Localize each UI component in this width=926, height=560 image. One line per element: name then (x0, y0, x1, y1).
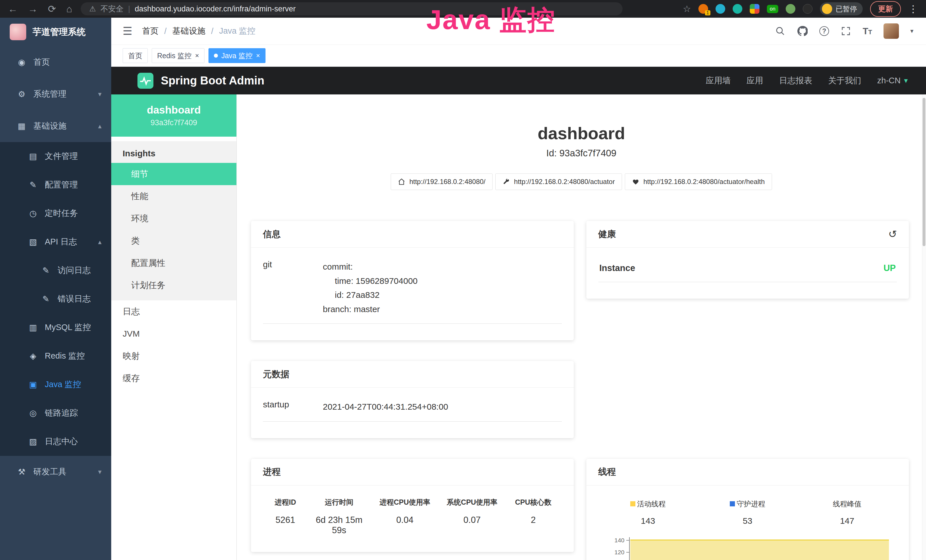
health-instance-row[interactable]: Instance UP (598, 260, 897, 282)
reload-icon[interactable]: ⟳ (48, 3, 56, 15)
chrome-update-button[interactable]: 更新 (870, 1, 901, 17)
sba-item-details[interactable]: 细节 (111, 163, 236, 185)
tag-home[interactable]: 首页 (123, 48, 148, 63)
search-icon[interactable] (775, 26, 786, 36)
git-id-line: id: 27aa832 (323, 288, 418, 302)
sba-item-metrics[interactable]: 性能 (111, 185, 236, 207)
browser-menu-icon[interactable]: ⋮ (908, 3, 918, 15)
sba-nav-links: 应用墙 应用 日志报表 关于我们 zh-CN ▾ (706, 75, 908, 86)
sidebar-item-label: API 日志 (45, 236, 77, 248)
sidebar-item-label: 首页 (33, 56, 50, 68)
extension-icon[interactable] (732, 4, 742, 14)
warning-icon: ⚠ (89, 5, 96, 14)
process-col: 进程CPU使用率 0.04 (371, 498, 439, 536)
sidebar-item-java-monitor[interactable]: ▣ Java 监控 (0, 370, 111, 399)
sidebar-item-redis-monitor[interactable]: ◈ Redis 监控 (0, 342, 111, 370)
sidebar-item-tracing[interactable]: ◎ 链路追踪 (0, 399, 111, 427)
bookmark-star-icon[interactable]: ☆ (683, 3, 691, 14)
sba-item-logfile[interactable]: 日志 (111, 300, 236, 322)
app-title: 芋道管理系统 (33, 26, 86, 38)
git-commit-line: commit: (323, 260, 418, 274)
security-label[interactable]: 不安全 (100, 4, 124, 14)
link-text: http://192.168.0.2:48080/ (409, 178, 486, 186)
history-icon[interactable]: ↺ (888, 228, 897, 240)
col-value: 0.07 (439, 515, 505, 525)
sidebar-item-scheduled-tasks[interactable]: ◷ 定时任务 (0, 199, 111, 228)
sba-item-mappings[interactable]: 映射 (111, 345, 236, 367)
sba-nav-applications[interactable]: 应用 (747, 75, 763, 86)
group-label: Insights (111, 143, 236, 163)
close-icon[interactable]: × (195, 51, 199, 60)
sidebar-item-system[interactable]: ⚙ 系统管理 ▾ (0, 78, 111, 110)
extension-icon[interactable]: 1 (698, 4, 708, 14)
sba-item-classes[interactable]: 类 (111, 230, 236, 252)
extension-icon[interactable] (786, 4, 795, 14)
sba-nav-wallboard[interactable]: 应用墙 (706, 75, 731, 86)
extension-icon[interactable] (803, 4, 813, 14)
home-icon[interactable]: ⌂ (67, 3, 73, 15)
close-icon[interactable]: × (256, 51, 260, 60)
sba-instance-header[interactable]: dashboard 93a3fc7f7409 (111, 94, 236, 137)
log-center-icon: ▨ (27, 437, 39, 446)
sba-item-environment[interactable]: 环境 (111, 207, 236, 230)
scrollbar[interactable] (922, 94, 926, 560)
extension-icon[interactable]: on (767, 5, 778, 13)
sidebar-item-config-manage[interactable]: ✎ 配置管理 (0, 171, 111, 199)
app-logo-row[interactable]: 芋道管理系统 (0, 18, 111, 46)
profile-chip[interactable]: 已暂停 (820, 2, 863, 15)
sidebar-item-error-log[interactable]: ✎ 错误日志 (0, 285, 111, 313)
sidebar-item-dev-tools[interactable]: ⚒ 研发工具 ▾ (0, 456, 111, 488)
sidebar-item-file-manage[interactable]: ▤ 文件管理 (0, 142, 111, 171)
scrollbar-thumb[interactable] (923, 98, 925, 246)
sidebar-item-label: Redis 监控 (45, 350, 85, 362)
tag-java-monitor[interactable]: Java 监控 × (209, 48, 265, 63)
sba-brand[interactable]: Spring Boot Admin (138, 73, 264, 89)
github-icon[interactable] (797, 26, 808, 36)
redis-icon: ◈ (27, 351, 39, 361)
fullscreen-icon[interactable] (840, 26, 851, 36)
sba-nav-journal[interactable]: 日志报表 (779, 75, 812, 86)
sidebar-item-home[interactable]: ◉ 首页 (0, 46, 111, 78)
font-size-icon[interactable]: TT (863, 26, 872, 36)
sidebar-item-api-log[interactable]: ▧ API 日志 ▴ (0, 228, 111, 256)
tag-redis-monitor[interactable]: Redis 监控 × (152, 48, 204, 63)
health-url-link[interactable]: http://192.168.0.2:48080/actuator/health (625, 173, 772, 190)
sba-item-caches[interactable]: 缓存 (111, 367, 236, 389)
sba-item-scheduled[interactable]: 计划任务 (111, 274, 236, 297)
extension-icon[interactable] (750, 4, 760, 14)
sba-item-jvm[interactable]: JVM (111, 322, 236, 345)
caret-down-icon[interactable]: ▾ (910, 27, 914, 35)
instance-name: dashboard (147, 104, 201, 116)
sba-nav-about[interactable]: 关于我们 (828, 75, 861, 86)
sidebar-item-mysql-monitor[interactable]: ▥ MySQL 监控 (0, 313, 111, 342)
sba-body: dashboard 93a3fc7f7409 Insights 细节 性能 环境… (111, 94, 926, 560)
breadcrumb-item[interactable]: 基础设施 (172, 26, 205, 37)
log-icon: ▧ (27, 237, 39, 247)
breadcrumb: 首页 / 基础设施 / Java 监控 (142, 26, 255, 37)
legend-swatch-yellow (630, 501, 635, 506)
sba-navbar: Spring Boot Admin 应用墙 应用 日志报表 关于我们 zh-CN… (111, 67, 926, 94)
extension-icon[interactable] (716, 4, 725, 14)
card-title: 信息 (251, 221, 574, 248)
back-icon[interactable]: ← (8, 3, 18, 15)
forward-icon[interactable]: → (28, 3, 38, 15)
legend-value: 147 (797, 516, 897, 526)
sidebar-item-access-log[interactable]: ✎ 访问日志 (0, 256, 111, 285)
sidebar-item-label: 访问日志 (57, 265, 91, 276)
sidebar-item-infra[interactable]: ▦ 基础设施 ▴ (0, 110, 111, 142)
sba-item-config-props[interactable]: 配置属性 (111, 252, 236, 274)
sidebar-item-log-center[interactable]: ▨ 日志中心 (0, 427, 111, 456)
hamburger-icon[interactable]: ☰ (123, 25, 132, 37)
sba-locale-select[interactable]: zh-CN ▾ (877, 76, 908, 85)
caret-down-icon: ▾ (904, 76, 908, 85)
url-text[interactable]: dashboard.yudao.iocoder.cn/infra/admin-s… (135, 5, 295, 14)
col-value: 6d 23h 15m 59s (308, 515, 371, 536)
chevron-down-icon: ▾ (98, 90, 101, 98)
help-icon[interactable]: ? (819, 26, 829, 36)
service-url-link[interactable]: http://192.168.0.2:48080/ (391, 173, 493, 190)
user-avatar[interactable] (884, 23, 899, 39)
breadcrumb-item[interactable]: 首页 (142, 26, 159, 37)
actuator-url-link[interactable]: http://192.168.0.2:48080/actuator (495, 173, 622, 190)
clock-icon: ◷ (27, 209, 39, 218)
startup-row: startup 2021-04-27T00:44:31.254+08:00 (263, 400, 562, 422)
